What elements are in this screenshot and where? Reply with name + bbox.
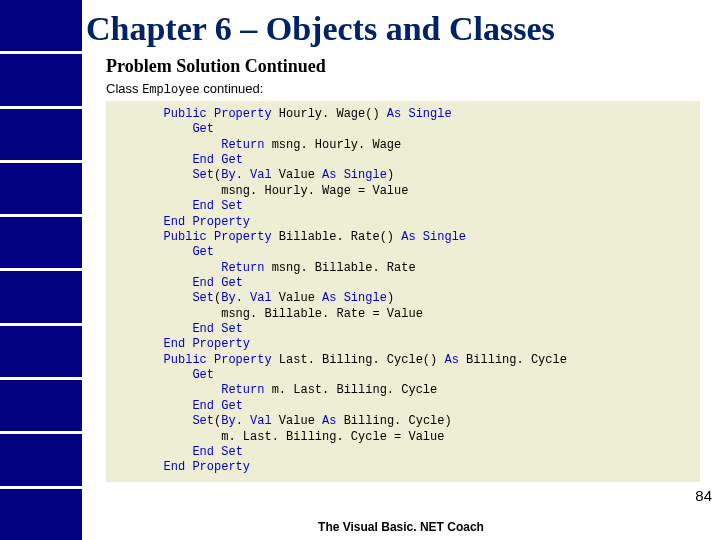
page-number: 84: [695, 487, 712, 504]
code-line: End Get: [106, 153, 700, 168]
code-line: Set(By. Val Value As Billing. Cycle): [106, 414, 700, 429]
sidebar-block: [0, 54, 82, 108]
sidebar-block: [0, 434, 82, 488]
code-line: End Property: [106, 460, 700, 475]
code-line: End Set: [106, 322, 700, 337]
code-line: Set(By. Val Value As Single): [106, 168, 700, 183]
sidebar-block: [0, 109, 82, 163]
code-line: m. Last. Billing. Cycle = Value: [106, 430, 700, 445]
code-line: msng. Hourly. Wage = Value: [106, 184, 700, 199]
code-line: Get: [106, 245, 700, 260]
code-line: Get: [106, 122, 700, 137]
code-line: Return msng. Billable. Rate: [106, 261, 700, 276]
class-name: Employee: [142, 83, 200, 97]
sidebar-block: [0, 271, 82, 325]
code-line: End Property: [106, 215, 700, 230]
slide-content: Chapter 6 – Objects and Classes Problem …: [82, 0, 720, 540]
code-line: End Set: [106, 445, 700, 460]
code-line: End Set: [106, 199, 700, 214]
code-line: Public Property Billable. Rate() As Sing…: [106, 230, 700, 245]
footer-text: The Visual Basic. NET Coach: [82, 520, 720, 534]
code-line: End Get: [106, 276, 700, 291]
code-listing: Public Property Hourly. Wage() As Single…: [106, 101, 700, 482]
code-line: End Property: [106, 337, 700, 352]
class-suffix: continued:: [200, 81, 264, 96]
code-line: Return msng. Hourly. Wage: [106, 138, 700, 153]
class-prefix: Class: [106, 81, 142, 96]
sidebar-block: [0, 217, 82, 271]
code-line: Return m. Last. Billing. Cycle: [106, 383, 700, 398]
sidebar-decoration: [0, 0, 82, 540]
code-line: Public Property Last. Billing. Cycle() A…: [106, 353, 700, 368]
code-line: Get: [106, 368, 700, 383]
sidebar-block: [0, 326, 82, 380]
code-line: msng. Billable. Rate = Value: [106, 307, 700, 322]
sidebar-block: [0, 0, 82, 54]
subtitle: Problem Solution Continued: [82, 54, 720, 81]
page-title: Chapter 6 – Objects and Classes: [82, 0, 720, 54]
class-continuation-line: Class Employee continued:: [82, 81, 720, 101]
sidebar-block: [0, 489, 82, 540]
code-line: Public Property Hourly. Wage() As Single: [106, 107, 700, 122]
sidebar-block: [0, 380, 82, 434]
code-line: Set(By. Val Value As Single): [106, 291, 700, 306]
sidebar-block: [0, 163, 82, 217]
code-line: End Get: [106, 399, 700, 414]
